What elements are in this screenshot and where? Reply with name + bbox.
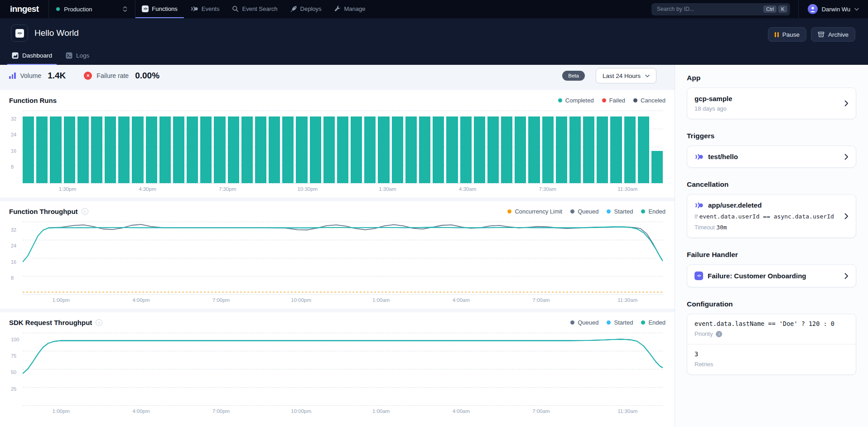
bar[interactable] [351, 116, 362, 183]
search-input[interactable] [657, 6, 762, 12]
bar[interactable] [583, 116, 594, 183]
bar[interactable] [501, 116, 512, 183]
bar[interactable] [378, 116, 389, 183]
failure-handler-card[interactable]: <> Failure: Customer Onboarding [687, 264, 856, 287]
sdk-request-throughput-title: SDK Request Throughput [9, 319, 92, 326]
x-axis-tick: 1:00am [372, 297, 390, 303]
archive-button[interactable]: Archive [811, 27, 855, 42]
tab-label: Logs [76, 52, 89, 59]
nav-tab-label: Event Search [242, 5, 277, 12]
nav-tab-deploys[interactable]: Deploys [284, 0, 328, 18]
info-icon[interactable]: i [82, 208, 88, 215]
nav-tab-event-search[interactable]: Event Search [226, 0, 284, 18]
bar[interactable] [214, 116, 225, 183]
legend-item-queued: Queued [570, 319, 598, 326]
bar[interactable] [610, 116, 622, 183]
bar[interactable] [36, 116, 48, 183]
bar[interactable] [173, 116, 184, 183]
bar[interactable] [474, 116, 485, 183]
trigger-event-name: test/hello [708, 153, 738, 160]
bar[interactable] [651, 151, 663, 183]
bar[interactable] [433, 116, 444, 183]
bar[interactable] [310, 116, 321, 183]
tab-dashboard[interactable]: Dashboard [7, 48, 57, 65]
user-name: Darwin Wu [822, 6, 850, 13]
bar[interactable] [50, 116, 61, 183]
time-range-dropdown[interactable]: Last 24 Hours [596, 68, 656, 83]
cancellation-condition: event.data.userId == async.data.userId [699, 213, 834, 220]
nav-tab-functions[interactable]: <> Functions [135, 0, 183, 18]
bar[interactable] [528, 116, 540, 183]
bar[interactable] [132, 116, 143, 183]
plot-area: 3224168 [9, 111, 665, 183]
tab-logs[interactable]: Logs [61, 48, 94, 65]
bar[interactable] [624, 116, 636, 183]
bar[interactable] [638, 116, 649, 183]
pause-button[interactable]: Pause [768, 27, 806, 42]
function-throughput-card: Function Throughput i Concurrency LimitQ… [0, 201, 675, 309]
nav-tab-manage[interactable]: Manage [328, 0, 372, 18]
bar[interactable] [200, 116, 212, 183]
bar[interactable] [269, 116, 280, 183]
bar[interactable] [91, 116, 102, 183]
bar[interactable] [337, 116, 348, 183]
bar[interactable] [255, 116, 266, 183]
dashboard-main: Volume 1.4K ✕ Failure rate 0.00% Beta La… [0, 65, 675, 427]
bar[interactable] [228, 116, 239, 183]
info-icon[interactable]: i [716, 331, 722, 337]
function-chip-icon: <> [694, 272, 703, 280]
environment-switcher[interactable]: Production [49, 0, 135, 18]
bar[interactable] [159, 116, 171, 183]
legend-label: Concurrency Limit [515, 208, 562, 215]
app-card[interactable]: gcp-sample 18 days ago [687, 87, 856, 119]
bar[interactable] [282, 116, 294, 183]
functions-icon: <> [142, 5, 149, 12]
legend-item-ended: Ended [641, 319, 665, 326]
chevron-right-icon [844, 273, 849, 279]
search-box[interactable]: Ctrl K [651, 3, 790, 15]
tab-label: Dashboard [22, 52, 52, 59]
bar[interactable] [64, 116, 75, 183]
y-axis-tick: 8 [11, 164, 14, 170]
search-icon [232, 5, 239, 12]
bar[interactable] [597, 116, 608, 183]
bar[interactable] [77, 116, 89, 183]
legend-dot [558, 98, 562, 102]
bar[interactable] [487, 116, 499, 183]
bar[interactable] [323, 116, 335, 183]
bar[interactable] [296, 116, 307, 183]
bar[interactable] [146, 116, 157, 183]
retries-row: 3 Retries [687, 344, 856, 374]
info-icon[interactable]: i [96, 319, 102, 326]
y-axis-tick: 24 [11, 132, 16, 137]
bar[interactable] [105, 116, 116, 183]
nav-tab-events[interactable]: Events [184, 0, 226, 18]
bar[interactable] [446, 116, 458, 183]
bar[interactable] [542, 116, 554, 183]
y-axis-tick: 75 [11, 353, 16, 359]
legend-item-concurrency-limit: Concurrency Limit [507, 208, 562, 215]
bar[interactable] [515, 116, 526, 183]
bar[interactable] [569, 116, 581, 183]
bar[interactable] [23, 116, 34, 183]
app-updated: 18 days ago [694, 105, 838, 112]
bar[interactable] [556, 116, 567, 183]
bar[interactable] [187, 116, 198, 183]
volume-value: 1.4K [48, 71, 66, 81]
bar[interactable] [405, 116, 417, 183]
bar[interactable] [118, 116, 130, 183]
bar[interactable] [419, 116, 430, 183]
user-menu[interactable]: Darwin Wu [799, 0, 868, 18]
bar[interactable] [241, 116, 253, 183]
bar[interactable] [392, 116, 403, 183]
cancellation-card[interactable]: app/user.deleted If event.data.userId ==… [687, 194, 856, 238]
legend-dot [607, 320, 611, 325]
page-title: Hello World [34, 28, 79, 38]
trigger-card[interactable]: test/hello [687, 146, 856, 168]
legend-item-failed: Failed [602, 97, 625, 104]
bar[interactable] [364, 116, 376, 183]
priority-expression: event.data.lastName == 'Doe' ? 120 : 0 [694, 320, 849, 327]
bar[interactable] [460, 116, 472, 183]
legend-dot [570, 320, 574, 325]
x-axis-tick: 4:00pm [132, 408, 149, 414]
